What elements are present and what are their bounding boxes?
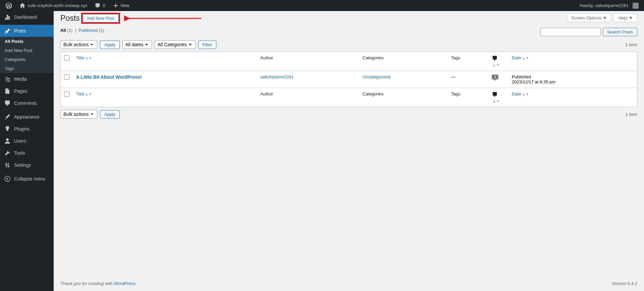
item-count-top: 1 item <box>626 42 637 47</box>
col-author-foot: Author <box>257 88 359 107</box>
col-date[interactable]: Date▲▼ <box>508 52 637 71</box>
item-count-bottom: 1 item <box>626 112 637 117</box>
search-input[interactable] <box>540 28 601 36</box>
categories-filter-select[interactable]: All Categories <box>155 40 196 49</box>
menu-tools[interactable]: Tools <box>0 147 54 159</box>
annotation-arrow <box>124 15 205 22</box>
select-all-bottom[interactable] <box>64 91 69 97</box>
menu-media[interactable]: Media <box>0 73 54 85</box>
post-date: Published2023/12/17 at 8:35 pm <box>508 71 637 88</box>
row-checkbox[interactable] <box>64 74 69 80</box>
apply-button-bottom[interactable]: Apply <box>100 110 120 119</box>
filter-button[interactable]: Filter <box>198 41 217 49</box>
sort-icon: ▲▼ <box>522 92 529 96</box>
plus-icon <box>113 3 119 9</box>
page-title-row: Posts Add New Post <box>60 13 637 24</box>
wordpress-icon <box>5 2 12 9</box>
annotation-highlight: Add New Post <box>81 13 120 24</box>
apply-button-top[interactable]: Apply <box>100 41 120 49</box>
post-tags: — <box>448 71 488 88</box>
col-title-foot[interactable]: Title▲▼ <box>73 88 257 107</box>
list-filters-row: All (1) | Published (1) Search Posts <box>60 28 637 36</box>
search-box: Search Posts <box>540 28 637 36</box>
col-categories: Categories <box>359 52 448 71</box>
post-title-link[interactable]: A Little Bit About WordPress! <box>76 74 142 80</box>
comments-link[interactable]: 0 <box>92 3 108 9</box>
search-posts-button[interactable]: Search Posts <box>603 28 637 36</box>
tablenav-top: Bulk actions Apply All dates All Categor… <box>60 40 637 49</box>
pin-icon <box>4 27 11 34</box>
admin-sidebar: Dashboard Posts All Posts Add New Post C… <box>0 11 54 291</box>
sort-icon: ▲▼ <box>492 63 500 67</box>
admin-bar-left: cute-crayfish-wzifn.instawp.xyz 0 New <box>3 2 132 9</box>
submenu-categories[interactable]: Categories <box>0 55 54 64</box>
filter-published[interactable]: Published (1) <box>78 28 104 33</box>
col-comments[interactable]: ▲▼ <box>488 52 508 71</box>
sort-icon: ▲▼ <box>85 56 92 60</box>
brush-icon <box>4 114 11 120</box>
collapse-icon <box>4 175 11 182</box>
col-date-foot[interactable]: Date▲▼ <box>508 88 637 107</box>
col-tags-foot: Tags <box>448 88 488 107</box>
my-account[interactable]: Howdy, sabuhipame2281 <box>577 3 641 9</box>
submenu-add-new-post[interactable]: Add New Post <box>0 46 54 55</box>
comment-icon <box>492 55 498 61</box>
menu-users[interactable]: Users <box>0 135 54 147</box>
menu-dashboard[interactable]: Dashboard <box>0 11 54 23</box>
tablenav-bottom: Bulk actions Apply 1 item <box>60 110 637 119</box>
col-author: Author <box>257 52 359 71</box>
wordpress-link[interactable]: WordPress <box>114 281 136 286</box>
comments-count: 0 <box>103 3 105 8</box>
post-author-link[interactable]: sabuhipame2281 <box>260 74 294 79</box>
col-categories-foot: Categories <box>359 88 448 107</box>
col-title[interactable]: Title▲▼ <box>73 52 257 71</box>
dates-filter-select[interactable]: All dates <box>122 40 152 49</box>
comments-icon <box>4 100 11 106</box>
collapse-menu[interactable]: Collapse menu <box>0 173 54 185</box>
menu-settings[interactable]: Settings <box>0 159 54 171</box>
submenu-all-posts[interactable]: All Posts <box>0 37 54 46</box>
new-label: New <box>121 3 129 8</box>
comment-icon <box>492 91 498 97</box>
filter-all[interactable]: All <box>60 28 66 33</box>
site-name-link[interactable]: cute-crayfish-wzifn.instawp.xyz <box>17 3 90 9</box>
menu-posts[interactable]: Posts <box>0 25 54 37</box>
home-icon <box>19 3 25 9</box>
footer-thankyou: Thank you for creating with WordPress. <box>60 281 137 286</box>
main-content: Screen Options ▼ Help ▼ Posts Add New Po… <box>54 11 644 291</box>
bulk-actions-select-bottom[interactable]: Bulk actions <box>60 110 97 119</box>
select-all-top[interactable] <box>64 55 69 61</box>
col-comments-foot[interactable]: ▲▼ <box>488 88 508 107</box>
sort-icon: ▲▼ <box>522 56 529 60</box>
page-icon <box>4 88 11 94</box>
add-new-post-button[interactable]: Add New Post <box>83 14 119 22</box>
col-tags: Tags <box>448 52 488 71</box>
comment-icon <box>95 3 101 9</box>
sort-icon: ▲▼ <box>492 99 500 103</box>
submenu-tags[interactable]: Tags <box>0 64 54 73</box>
howdy-text: Howdy, sabuhipame2281 <box>580 3 629 8</box>
avatar <box>633 3 639 9</box>
subsubsub: All (1) | Published (1) <box>60 28 104 33</box>
menu-pages[interactable]: Pages <box>0 85 54 97</box>
posts-submenu: All Posts Add New Post Categories Tags <box>0 37 54 73</box>
comment-count-bubble[interactable]: 1 <box>492 75 498 79</box>
media-icon <box>4 76 11 82</box>
page-title: Posts <box>60 14 80 23</box>
dashboard-icon <box>4 14 11 20</box>
footer-version: Version 6.4.2 <box>612 281 637 286</box>
wrench-icon <box>4 150 11 156</box>
user-icon <box>4 138 11 144</box>
admin-bar: cute-crayfish-wzifn.instawp.xyz 0 New Ho… <box>0 0 644 11</box>
admin-footer: Thank you for creating with WordPress. V… <box>54 276 644 291</box>
posts-table: Title▲▼ Author Categories Tags ▲▼ Date▲▼… <box>60 52 637 107</box>
menu-plugins[interactable]: Plugins <box>0 123 54 135</box>
table-row: A Little Bit About WordPress! sabuhipame… <box>61 71 637 88</box>
wp-logo[interactable] <box>3 2 15 9</box>
menu-comments[interactable]: Comments <box>0 97 54 109</box>
new-content-link[interactable]: New <box>110 3 132 9</box>
post-category-link[interactable]: Uncategorized <box>363 74 391 79</box>
bulk-actions-select-top[interactable]: Bulk actions <box>60 40 97 49</box>
admin-bar-right: Howdy, sabuhipame2281 <box>577 3 641 9</box>
menu-appearance[interactable]: Appearance <box>0 111 54 123</box>
